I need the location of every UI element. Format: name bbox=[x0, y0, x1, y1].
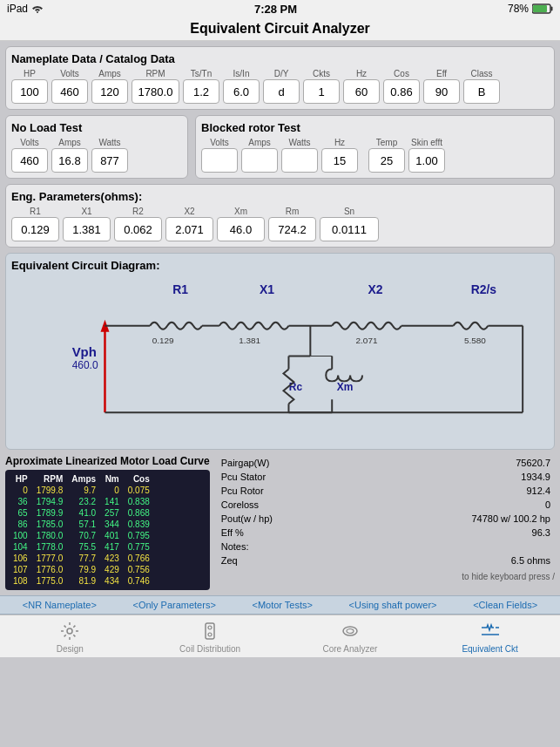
table-row: 1001780.070.74010.795 bbox=[9, 530, 154, 541]
nav-button[interactable]: <Clean Fields> bbox=[473, 600, 537, 610]
load-title: Aproximate Linearized Motor Load Curve bbox=[5, 455, 210, 467]
battery-icon bbox=[532, 3, 553, 14]
nav-button[interactable]: <Using shaft power> bbox=[349, 600, 437, 610]
r2s-circuit-label: R2/s bbox=[471, 282, 497, 296]
svg-point-0 bbox=[37, 11, 38, 13]
rm-input[interactable] bbox=[268, 217, 316, 241]
cell-amps: 75.5 bbox=[67, 541, 100, 553]
th-cos: Cos bbox=[124, 473, 154, 485]
cell-amps: 23.2 bbox=[67, 496, 100, 507]
eng-row: R1 X1 R2 X2 Xm Rm bbox=[11, 207, 549, 241]
nav-button[interactable]: <Motor Tests> bbox=[252, 600, 313, 610]
stat-label: Notes: bbox=[219, 540, 353, 553]
tab-equiv[interactable]: Equivalent Ckt bbox=[420, 620, 560, 654]
eff-group: Eff bbox=[423, 69, 460, 104]
br-temp-input[interactable] bbox=[368, 148, 405, 173]
cell-rpm: 1785.0 bbox=[32, 519, 68, 530]
dy-input[interactable] bbox=[263, 79, 300, 104]
volts-label: Volts bbox=[60, 69, 79, 78]
rpm-input[interactable] bbox=[132, 79, 179, 104]
load-data-table: HP RPM Amps Nm Cos 01799.89.700.07536179… bbox=[9, 473, 154, 587]
xm-input[interactable] bbox=[217, 217, 265, 241]
stat-label: Pairgap(W) bbox=[219, 457, 353, 469]
hz-input[interactable] bbox=[343, 79, 380, 104]
sn-input[interactable] bbox=[320, 217, 379, 241]
dy-label: D/Y bbox=[274, 69, 289, 78]
th-rpm: RPM bbox=[32, 473, 68, 485]
wifi-icon bbox=[31, 4, 44, 13]
th-nm: Nm bbox=[100, 473, 124, 485]
br-watts-input[interactable] bbox=[281, 148, 318, 173]
cell-amps: 77.7 bbox=[67, 553, 100, 564]
r2-input[interactable] bbox=[114, 217, 162, 241]
br-hz-input[interactable] bbox=[321, 148, 358, 173]
tab-core-label: Core Analyzer bbox=[322, 644, 377, 654]
rc-label: Rc bbox=[289, 381, 303, 393]
stat-row: Pairgap(W)75620.7 bbox=[219, 457, 553, 469]
isin-input[interactable] bbox=[223, 79, 260, 104]
tab-core[interactable]: Core Analyzer bbox=[280, 620, 421, 654]
tab-bar: Design Coil Distribution Core Analyzer E… bbox=[0, 615, 560, 657]
r1-group: R1 bbox=[11, 207, 59, 241]
cell-amps: 41.0 bbox=[67, 507, 100, 519]
cell-cos: 0.838 bbox=[124, 496, 154, 507]
cell-rpm: 1799.8 bbox=[32, 485, 68, 496]
r1val-label: 0.129 bbox=[152, 336, 174, 345]
isin-label: Is/In bbox=[233, 69, 250, 78]
cell-cos: 0.775 bbox=[124, 541, 154, 553]
vph-value: 460.0 bbox=[72, 359, 98, 371]
core-icon bbox=[339, 620, 361, 642]
amps-input[interactable] bbox=[91, 79, 128, 104]
r2-group: R2 bbox=[114, 207, 162, 241]
cell-hp: 108 bbox=[9, 575, 32, 587]
tab-coil[interactable]: Coil Distribution bbox=[140, 620, 280, 654]
status-right: 78% bbox=[508, 3, 553, 15]
class-input[interactable] bbox=[463, 79, 500, 104]
tstn-input[interactable] bbox=[183, 79, 219, 104]
nl-volts-label: Volts bbox=[20, 138, 39, 147]
svg-point-24 bbox=[208, 633, 212, 636]
no-load-section: No Load Test Volts Amps Watts bbox=[5, 115, 188, 179]
br-watts-group: Watts bbox=[281, 138, 318, 173]
eff-input[interactable] bbox=[423, 79, 460, 104]
nl-amps-input[interactable] bbox=[51, 148, 88, 173]
br-volts-input[interactable] bbox=[201, 148, 238, 173]
br-temp-label: Temp bbox=[376, 138, 397, 147]
nl-watts-input[interactable] bbox=[91, 148, 128, 173]
hp-label: HP bbox=[24, 69, 36, 78]
cell-rpm: 1775.0 bbox=[32, 575, 68, 587]
cell-nm: 429 bbox=[100, 564, 124, 575]
tab-design[interactable]: Design bbox=[0, 620, 140, 654]
ckts-label: Ckts bbox=[313, 69, 330, 78]
x2-input[interactable] bbox=[165, 217, 213, 241]
nl-volts-input[interactable] bbox=[11, 148, 48, 173]
br-volts-group: Volts bbox=[201, 138, 238, 173]
status-left: iPad bbox=[7, 3, 44, 15]
nl-amps-label: Amps bbox=[58, 138, 81, 147]
stat-label: Coreloss bbox=[219, 499, 353, 511]
stat-label: Eff % bbox=[219, 526, 353, 539]
nl-volts-group: Volts bbox=[11, 138, 48, 173]
nav-button[interactable]: <Only Parameters> bbox=[132, 600, 215, 610]
x1-input[interactable] bbox=[63, 217, 111, 241]
hp-input[interactable] bbox=[11, 79, 48, 104]
ckts-input[interactable] bbox=[303, 79, 340, 104]
nav-button[interactable]: <NR Nameplate> bbox=[23, 600, 97, 610]
load-section: Aproximate Linearized Motor Load Curve H… bbox=[5, 455, 555, 590]
xm-group: Xm bbox=[217, 207, 265, 241]
r1-input[interactable] bbox=[11, 217, 59, 241]
br-amps-input[interactable] bbox=[241, 148, 278, 173]
stat-value: 75620.7 bbox=[354, 457, 553, 469]
cos-label: Cos bbox=[394, 69, 409, 78]
br-skin-input[interactable] bbox=[408, 148, 445, 173]
ckts-group: Ckts bbox=[303, 69, 340, 104]
r1-circuit-label: R1 bbox=[172, 282, 188, 296]
br-watts-label: Watts bbox=[288, 138, 310, 147]
cos-input[interactable] bbox=[383, 79, 420, 104]
cell-nm: 344 bbox=[100, 519, 124, 530]
cell-rpm: 1794.9 bbox=[32, 496, 68, 507]
volts-input[interactable] bbox=[51, 79, 88, 104]
cell-amps: 57.1 bbox=[67, 519, 100, 530]
class-label: Class bbox=[470, 69, 492, 78]
stats-table: Pairgap(W)75620.7Pcu Stator1934.9Pcu Rot… bbox=[217, 455, 555, 568]
